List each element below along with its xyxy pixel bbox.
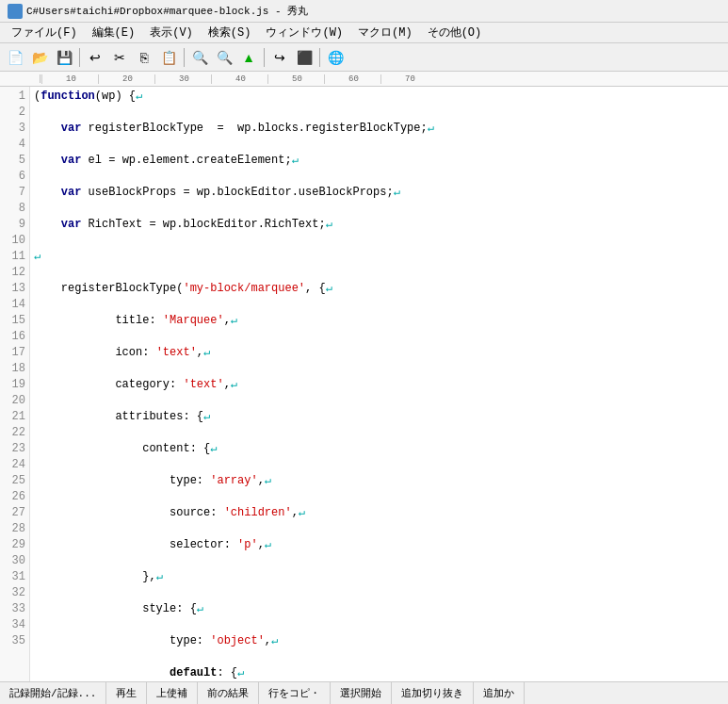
toolbar-undo[interactable]: ↩ — [84, 46, 106, 69]
code-line-12: content: {↵ — [34, 441, 724, 457]
line-num-16: 16 — [4, 329, 25, 345]
line-num-10: 10 — [4, 233, 25, 249]
toolbar-search-next[interactable]: ▲ — [237, 46, 260, 69]
code-line-16: },↵ — [34, 569, 724, 585]
menu-macro[interactable]: マクロ(M) — [350, 23, 420, 42]
line-num-14: 14 — [4, 297, 25, 313]
ruler-30: 30 — [154, 74, 211, 84]
ruler-70: 70 — [380, 74, 437, 84]
line-num-11: 11 — [4, 249, 25, 265]
status-prev[interactable]: 前の結果 — [198, 682, 259, 704]
status-copy-line[interactable]: 行をコピ・ — [259, 682, 331, 704]
line-num-5: 5 — [4, 153, 25, 169]
menu-view[interactable]: 表示(V) — [142, 23, 201, 42]
code-line-15: selector: 'p',↵ — [34, 537, 724, 553]
line-num-3: 3 — [4, 121, 25, 137]
line-num-30: 30 — [4, 553, 25, 569]
code-line-5: var RichText = wp.blockEditor.RichText;↵ — [34, 217, 724, 233]
code-line-4: var useBlockProps = wp.blockEditor.useBl… — [34, 185, 724, 201]
menu-file[interactable]: ファイル(F) — [4, 23, 85, 42]
line-num-32: 32 — [4, 585, 25, 601]
line-num-1: 1 — [4, 89, 25, 105]
line-num-23: 23 — [4, 441, 25, 457]
ruler-marks: 10 20 30 40 50 60 70 — [41, 74, 728, 84]
app-icon — [8, 4, 23, 19]
ruler: | 10 20 30 40 50 60 70 — [0, 72, 728, 87]
line-num-17: 17 — [4, 345, 25, 361]
toolbar-extra[interactable]: 🌐 — [324, 46, 347, 69]
ruler-20: 20 — [98, 74, 154, 84]
code-line-14: source: 'children',↵ — [34, 505, 724, 521]
menu-window[interactable]: ウィンドウ(W) — [258, 23, 350, 42]
toolbar-redo[interactable]: ↪ — [268, 46, 291, 69]
line-num-28: 28 — [4, 521, 25, 537]
line-num-2: 2 — [4, 105, 25, 121]
line-num-31: 31 — [4, 569, 25, 585]
toolbar-save[interactable]: 💾 — [53, 46, 75, 69]
line-num-7: 7 — [4, 185, 25, 201]
line-num-34: 34 — [4, 617, 25, 633]
status-complete[interactable]: 上使補 — [147, 682, 198, 704]
menu-other[interactable]: その他(O) — [420, 23, 490, 42]
line-num-6: 6 — [4, 169, 25, 185]
line-num-9: 9 — [4, 217, 25, 233]
ruler-40: 40 — [211, 74, 267, 84]
code-line-2: var registerBlockType = wp.blocks.regist… — [34, 121, 724, 137]
ruler-10: 10 — [41, 74, 98, 84]
toolbar-search[interactable]: 🔍 — [188, 46, 211, 69]
toolbar-cut[interactable]: ✂ — [108, 46, 131, 69]
toolbar-sep-4 — [319, 48, 320, 67]
editor: 1234567891011121314151617181920212223242… — [0, 87, 728, 681]
line-num-19: 19 — [4, 377, 25, 393]
line-num-8: 8 — [4, 201, 25, 217]
code-line-17: style: {↵ — [34, 601, 724, 617]
code-line-18: type: 'object',↵ — [34, 633, 724, 649]
menu-edit[interactable]: 編集(E) — [85, 23, 143, 42]
line-num-26: 26 — [4, 489, 25, 505]
status-add[interactable]: 追加か — [474, 682, 525, 704]
line-num-18: 18 — [4, 361, 25, 377]
toolbar-sep-2 — [184, 48, 185, 67]
title-text: C#Users#taichi#Dropbox#marquee-block.js … — [26, 4, 308, 18]
code-line-19: default: {↵ — [34, 665, 724, 681]
code-line-13: type: 'array',↵ — [34, 473, 724, 489]
code-content[interactable]: (function(wp) {↵ var registerBlockType =… — [30, 87, 728, 681]
line-num-12: 12 — [4, 265, 25, 281]
toolbar-sep-3 — [264, 48, 265, 67]
menu-bar: ファイル(F) 編集(E) 表示(V) 検索(S) ウィンドウ(W) マクロ(M… — [0, 23, 728, 43]
line-num-29: 29 — [4, 537, 25, 553]
line-num-4: 4 — [4, 137, 25, 153]
status-record[interactable]: 記録開始/記録... — [0, 682, 106, 704]
line-num-21: 21 — [4, 409, 25, 425]
toolbar-search-prev[interactable]: 🔍 — [213, 46, 235, 69]
toolbar-copy[interactable]: ⎘ — [133, 46, 155, 69]
code-line-10: category: 'text',↵ — [34, 377, 724, 393]
code-line-9: icon: 'text',↵ — [34, 345, 724, 361]
line-num-13: 13 — [4, 281, 25, 297]
status-play[interactable]: 再生 — [106, 682, 147, 704]
code-line-6: ↵ — [34, 249, 724, 265]
toolbar-sep-1 — [79, 48, 80, 67]
status-select[interactable]: 選択開始 — [331, 682, 392, 704]
line-num-20: 20 — [4, 393, 25, 409]
ruler-50: 50 — [267, 74, 324, 84]
status-bar: 記録開始/記録... 再生 上使補 前の結果 行をコピ・ 選択開始 追加切り抜き… — [0, 681, 728, 704]
code-line-11: attributes: {↵ — [34, 409, 724, 425]
code-area[interactable]: 1234567891011121314151617181920212223242… — [0, 87, 728, 681]
code-line-1: (function(wp) {↵ — [34, 89, 724, 105]
line-numbers: 1234567891011121314151617181920212223242… — [0, 87, 30, 681]
code-line-3: var el = wp.element.createElement;↵ — [34, 153, 724, 169]
toolbar-paste[interactable]: 📋 — [157, 46, 180, 69]
toolbar-new[interactable]: 📄 — [4, 46, 26, 69]
toolbar: 📄 📂 💾 ↩ ✂ ⎘ 📋 🔍 🔍 ▲ ↪ ⬛ 🌐 — [0, 43, 728, 72]
code-line-7: registerBlockType('my-block/marquee', {↵ — [34, 281, 724, 297]
line-num-33: 33 — [4, 601, 25, 617]
title-bar: C#Users#taichi#Dropbox#marquee-block.js … — [0, 0, 728, 23]
menu-search[interactable]: 検索(S) — [201, 23, 259, 42]
status-add-cut[interactable]: 追加切り抜き — [392, 682, 474, 704]
line-num-25: 25 — [4, 473, 25, 489]
toolbar-open[interactable]: 📂 — [28, 46, 51, 69]
line-num-24: 24 — [4, 457, 25, 473]
toolbar-replace[interactable]: ⬛ — [293, 46, 315, 69]
line-num-15: 15 — [4, 313, 25, 329]
